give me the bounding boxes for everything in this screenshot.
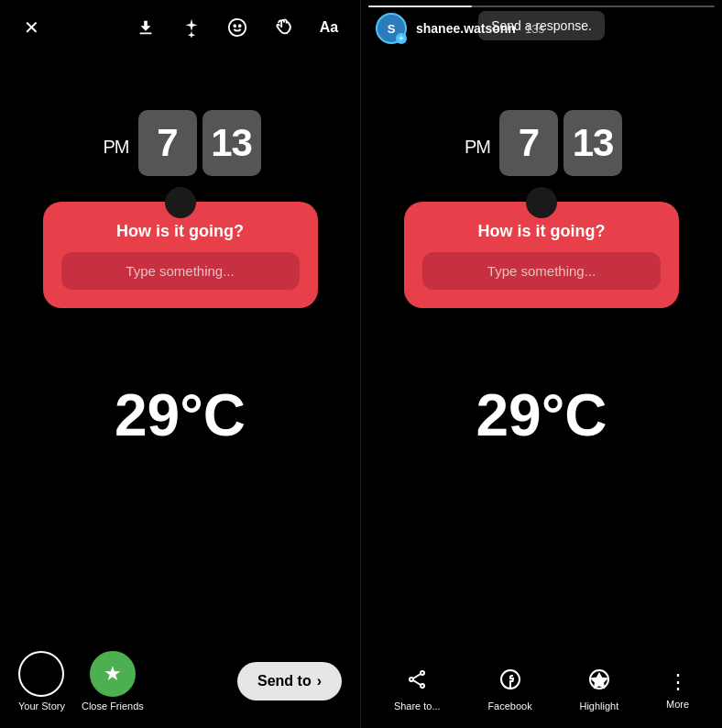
send-to-button[interactable]: Send to ›: [237, 662, 342, 700]
facebook-action[interactable]: Facebook: [487, 668, 531, 711]
face-icon[interactable]: [223, 13, 252, 42]
svg-point-4: [410, 678, 413, 681]
svg-point-2: [239, 25, 241, 27]
send-to-label: Send to: [257, 673, 312, 689]
right-header: S + shanee.watsonn 13s: [361, 0, 722, 57]
your-story-label: Your Story: [18, 700, 65, 711]
facebook-icon[interactable]: [499, 668, 521, 696]
gesture-icon[interactable]: [268, 13, 298, 42]
share-to-action[interactable]: Share to...: [394, 668, 441, 711]
svg-point-0: [229, 19, 246, 36]
question-input-left[interactable]: Type something...: [61, 252, 300, 290]
question-card-right: How is it going? Type something...: [404, 202, 679, 308]
username: shanee.watsonn: [416, 21, 516, 36]
facebook-label: Facebook: [487, 700, 531, 711]
clock-period-left: PM: [100, 121, 133, 165]
clock-minute-left: 13: [202, 110, 261, 176]
clock-hour-right: 7: [499, 110, 558, 176]
svg-line-7: [413, 680, 421, 685]
sparkle-icon[interactable]: [177, 13, 206, 42]
timestamp: 13s: [525, 22, 544, 36]
download-icon[interactable]: [131, 13, 160, 42]
clock-widget-left: PM 7 13: [100, 110, 261, 176]
your-story-option[interactable]: Your Story: [18, 651, 65, 711]
bottom-bar-left: Your Story Close Friends Send to ›: [0, 638, 360, 728]
question-title-left: How is it going?: [116, 222, 244, 241]
share-icon[interactable]: [406, 668, 428, 696]
left-toolbar: ✕ Aa: [0, 0, 360, 55]
close-friends-label: Close Friends: [82, 700, 144, 711]
text-icon[interactable]: Aa: [314, 13, 344, 42]
more-action[interactable]: ⋮ More: [666, 670, 689, 710]
left-panel: ✕ Aa PM 7 13 How is i: [0, 0, 361, 728]
more-icon[interactable]: ⋮: [668, 670, 688, 694]
question-card-left: How is it going? Type something...: [43, 202, 318, 308]
clock-hour-left: 7: [138, 110, 197, 176]
close-icon[interactable]: ✕: [16, 13, 46, 42]
highlight-action[interactable]: Highlight: [579, 668, 618, 711]
close-friends-circle[interactable]: [90, 651, 136, 697]
bottom-bar-right: Share to... Facebook Highlight ⋮ More: [361, 656, 722, 728]
svg-point-3: [421, 671, 424, 675]
avatar: S +: [376, 13, 407, 44]
highlight-icon[interactable]: [588, 668, 610, 696]
clock-minute-right: 13: [563, 110, 622, 176]
question-input-right[interactable]: Type something...: [422, 252, 661, 290]
svg-point-5: [421, 684, 424, 688]
share-to-label: Share to...: [394, 700, 441, 711]
send-to-chevron: ›: [317, 673, 322, 689]
highlight-label: Highlight: [579, 700, 618, 711]
question-title-right: How is it going?: [478, 222, 606, 241]
svg-point-1: [234, 25, 235, 27]
right-panel: S + shanee.watsonn 13s PM 7 13 How is it…: [361, 0, 722, 728]
your-story-circle[interactable]: [18, 651, 64, 697]
svg-marker-10: [592, 674, 607, 688]
clock-period-right: PM: [461, 121, 494, 165]
svg-line-6: [413, 674, 421, 678]
temperature-right: 29°C: [476, 381, 607, 449]
close-friends-option[interactable]: Close Friends: [82, 651, 144, 711]
more-label: More: [666, 699, 689, 710]
temperature-left: 29°C: [115, 381, 246, 449]
avatar-plus-icon: +: [396, 33, 407, 44]
clock-widget-right: PM 7 13: [461, 110, 622, 176]
